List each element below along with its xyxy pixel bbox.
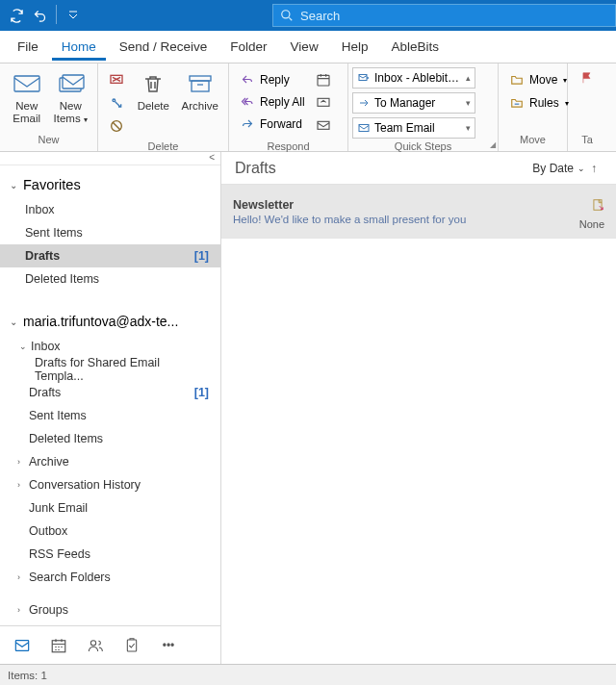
fav-sent-label: Sent Items	[25, 226, 209, 240]
undo-icon[interactable]	[29, 5, 50, 26]
acct-groups[interactable]: ›Groups	[0, 598, 220, 622]
acct-archive[interactable]: ›Archive	[0, 450, 220, 473]
junk-button[interactable]	[104, 115, 129, 137]
favorites-header[interactable]: ⌄Favorites	[0, 171, 220, 198]
quickstep-gallery-dropdown[interactable]: ▴	[461, 73, 475, 83]
svg-rect-11	[318, 121, 329, 129]
quickstep-inbox[interactable]: Inbox - Ablebits...▴	[352, 67, 475, 89]
acct-drafts[interactable]: Drafts[1]	[0, 381, 220, 404]
quickstep-team[interactable]: Team Email▾	[352, 117, 475, 139]
chevron-down-icon: ⌄	[10, 180, 23, 190]
fav-inbox[interactable]: Inbox	[0, 198, 220, 221]
acct-search-label: Search Folders	[29, 571, 111, 584]
svg-point-5	[113, 99, 116, 102]
menu-folder[interactable]: Folder	[220, 34, 276, 60]
acct-sent-label: Sent Items	[29, 409, 87, 422]
acct-archive-label: Archive	[29, 455, 69, 469]
chevron-down-icon: ⌄	[10, 317, 23, 327]
menu-home[interactable]: Home	[52, 34, 106, 61]
svg-rect-9	[318, 75, 329, 86]
global-search[interactable]	[272, 4, 616, 27]
reply-all-button[interactable]: Reply All	[235, 91, 309, 113]
menu-bar: File Home Send / Receive Folder View Hel…	[0, 31, 616, 63]
acct-sent[interactable]: Sent Items	[0, 404, 220, 427]
folder-move-icon	[508, 73, 526, 87]
message-item[interactable]: Newsletter Hello! We'd like to make a sm…	[221, 185, 616, 239]
acct-junk[interactable]: Junk Email	[0, 496, 220, 520]
group-delete-label: Delete	[98, 140, 228, 152]
acct-outbox[interactable]: Outbox	[0, 520, 220, 543]
sort-button[interactable]: By Date⌄	[532, 162, 585, 175]
forward-manager-icon	[353, 97, 374, 109]
acct-drafts-shared-label: Drafts for Shared Email Templa...	[35, 356, 209, 383]
rules-button[interactable]: Rules▾	[504, 92, 573, 114]
fav-sent[interactable]: Sent Items	[0, 221, 220, 244]
reply-all-icon	[239, 96, 256, 108]
reply-button[interactable]: Reply	[235, 69, 309, 90]
group-tags-label: Ta	[568, 134, 606, 151]
search-input[interactable]	[300, 9, 615, 23]
new-items-button[interactable]: New Items ▾	[50, 67, 92, 124]
acct-junk-label: Junk Email	[29, 501, 88, 515]
more-modules-icon[interactable]: •••	[156, 633, 181, 658]
delete-button[interactable]: Delete	[131, 67, 176, 113]
fav-deleted[interactable]: Deleted Items	[0, 267, 220, 291]
calendar-module-icon[interactable]	[46, 633, 71, 658]
acct-drafts-shared[interactable]: Drafts for Shared Email Templa...	[0, 358, 220, 381]
forward-button[interactable]: Forward	[235, 114, 309, 135]
reverse-sort-icon[interactable]: ↑	[585, 162, 603, 175]
acct-search-folders[interactable]: ›Search Folders	[0, 566, 220, 589]
menu-file[interactable]: File	[8, 34, 48, 60]
sync-icon[interactable]	[6, 5, 27, 26]
message-subject: Newsletter	[233, 198, 566, 212]
acct-rss[interactable]: RSS Feeds	[0, 543, 220, 566]
search-icon	[273, 9, 300, 22]
move-label: Move	[529, 73, 557, 87]
rules-icon	[508, 96, 526, 110]
svg-rect-2	[60, 78, 81, 91]
archive-button[interactable]: Archive	[178, 67, 223, 113]
meeting-button[interactable]	[311, 69, 336, 90]
menu-ablebits[interactable]: AbleBits	[381, 34, 449, 60]
fav-inbox-label: Inbox	[25, 203, 209, 216]
menu-help[interactable]: Help	[332, 34, 378, 60]
forward-label: Forward	[260, 117, 302, 131]
acct-drafts-label: Drafts	[29, 386, 194, 399]
message-category: None	[579, 218, 604, 230]
ribbon: New Email New Items ▾ New Delete	[0, 63, 616, 152]
svg-point-6	[112, 121, 122, 132]
status-bar: Items: 1	[0, 664, 616, 685]
ignore-button[interactable]	[104, 69, 129, 90]
account-header[interactable]: ⌄maria.trifuntova@adx-te...	[0, 308, 220, 335]
chevron-right-icon: ›	[17, 605, 29, 615]
acct-rss-label: RSS Feeds	[29, 547, 90, 561]
cleanup-button[interactable]	[104, 92, 129, 114]
people-module-icon[interactable]	[83, 633, 108, 658]
menu-view[interactable]: View	[281, 34, 328, 60]
menu-send-receive[interactable]: Send / Receive	[110, 34, 218, 60]
draft-icon[interactable]	[591, 198, 604, 215]
tag-flag-button[interactable]	[575, 67, 600, 89]
acct-convo[interactable]: ›Conversation History	[0, 473, 220, 496]
acct-inbox[interactable]: ⌄Inbox	[0, 335, 220, 358]
svg-rect-4	[111, 75, 122, 83]
share-button[interactable]	[311, 92, 336, 114]
tasks-module-icon[interactable]	[119, 633, 144, 658]
fav-drafts[interactable]: Drafts[1]	[0, 244, 220, 267]
quicksteps-launcher-icon[interactable]: ◢	[490, 140, 496, 149]
move-button[interactable]: Move▾	[504, 69, 571, 90]
acct-deleted[interactable]: Deleted Items	[0, 427, 220, 450]
acct-inbox-label: Inbox	[31, 340, 61, 353]
minimize-pane-icon[interactable]: <	[0, 152, 220, 165]
svg-rect-12	[359, 75, 367, 81]
acct-convo-label: Conversation History	[29, 478, 141, 492]
mail-module-icon[interactable]	[10, 633, 35, 658]
trash-icon	[138, 69, 168, 98]
quickstep-manager[interactable]: To Manager▾	[352, 92, 475, 114]
svg-rect-17	[127, 640, 136, 651]
reply-icon	[239, 74, 256, 86]
more-respond-button[interactable]	[311, 115, 336, 137]
qat-dropdown-icon[interactable]	[63, 5, 84, 26]
new-email-button[interactable]: New Email	[6, 67, 48, 124]
favorites-label: Favorites	[23, 177, 81, 192]
